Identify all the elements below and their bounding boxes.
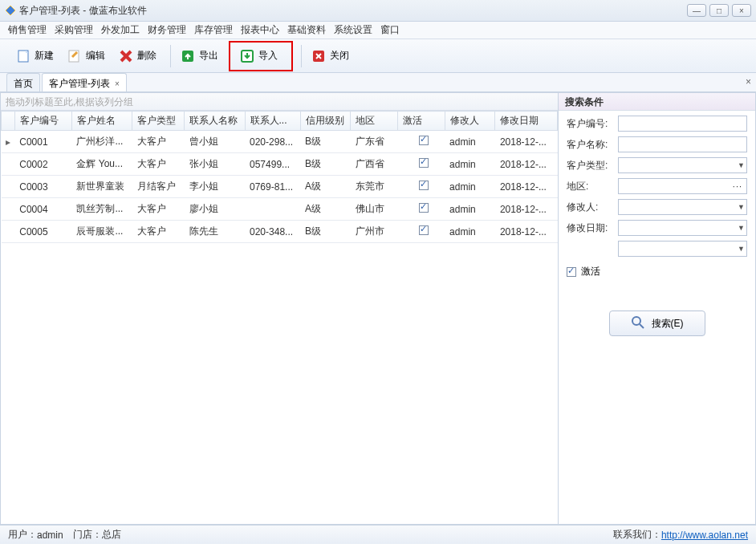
cell-moduser: admin: [445, 176, 495, 198]
status-shop-label: 门店：: [73, 528, 102, 542]
input-cust-id[interactable]: [618, 116, 747, 132]
active-check-row: 激活: [567, 265, 747, 278]
label-area: 地区:: [567, 180, 618, 193]
col-credit[interactable]: 信用级别: [300, 112, 351, 131]
svg-marker-0: [6, 6, 15, 15]
app-icon: [5, 5, 16, 16]
combo-moduser[interactable]: ▼: [618, 199, 747, 215]
col-active[interactable]: 激活: [398, 112, 445, 131]
menu-outsourcing[interactable]: 外发加工: [101, 23, 140, 37]
col-contact[interactable]: 联系人名称: [185, 112, 245, 131]
search-button[interactable]: 搜索(E): [609, 310, 705, 336]
checkbox-icon[interactable]: [419, 225, 429, 235]
table-row[interactable]: C0004凯丝芳制...大客户廖小姐A级佛山市admin2018-12-...: [2, 198, 558, 221]
col-type[interactable]: 客户类型: [132, 112, 185, 131]
menu-reports[interactable]: 报表中心: [241, 23, 279, 37]
menu-sales[interactable]: 销售管理: [8, 23, 47, 37]
cell-phone: 020-348...: [245, 221, 300, 243]
table-row[interactable]: C0003新世界童装月结客户李小姐0769-81...A级东莞市admin201…: [2, 176, 558, 198]
titlebar: 客户管理-列表 - 傲蓝布业软件 — □ ×: [0, 0, 756, 22]
search-button-label: 搜索(E): [652, 317, 684, 331]
svg-point-13: [632, 317, 640, 325]
cell-type: 月结客户: [132, 176, 185, 198]
indicator-header: [2, 112, 15, 131]
tab-close-icon[interactable]: ×: [115, 79, 120, 88]
toolbar-separator-2: [301, 45, 302, 67]
cell-area: 广东省: [351, 131, 398, 153]
close-label: 关闭: [330, 49, 349, 63]
menubar: 销售管理 采购管理 外发加工 财务管理 库存管理 报表中心 基础资料 系统设置 …: [0, 22, 756, 39]
combo-moddate-from[interactable]: ▼: [618, 220, 747, 236]
cell-name: 辰哥服装...: [71, 221, 132, 243]
edit-button[interactable]: 编辑: [63, 43, 114, 69]
menu-basicdata[interactable]: 基础资料: [287, 23, 326, 37]
status-link[interactable]: http://www.aolan.net: [661, 530, 748, 541]
menu-purchase[interactable]: 采购管理: [55, 23, 93, 37]
window-title: 客户管理-列表 - 傲蓝布业软件: [19, 4, 147, 18]
import-button[interactable]: 导入: [235, 43, 287, 69]
cell-contact: 曾小姐: [185, 131, 245, 153]
cell-active: [398, 176, 445, 198]
close-window-button[interactable]: ×: [732, 4, 751, 17]
menu-window[interactable]: 窗口: [380, 23, 400, 37]
checkbox-active[interactable]: [567, 267, 576, 277]
combo-moddate-to[interactable]: ▼: [618, 241, 747, 257]
checkbox-icon[interactable]: [419, 136, 429, 145]
customer-grid: 客户编号 客户姓名 客户类型 联系人名称 联系人... 信用级别 地区 激活 修…: [1, 111, 558, 243]
checkbox-icon[interactable]: [419, 158, 429, 168]
cell-area: 东莞市: [351, 176, 398, 198]
export-button[interactable]: 导出: [176, 43, 227, 69]
chevron-down-icon: ▼: [738, 203, 745, 211]
table-row[interactable]: C0005辰哥服装...大客户陈先生020-348...B级广州市admin20…: [2, 221, 558, 243]
label-cust-name: 客户名称:: [567, 138, 618, 152]
col-moddate[interactable]: 修改日期: [495, 112, 558, 131]
cell-id: C0004: [14, 198, 71, 221]
cell-phone: 0769-81...: [245, 176, 300, 198]
search-panel: 搜索条件 客户编号: 客户名称: 客户类型:▼ 地区:··· 修改人:▼ 修改日…: [559, 92, 756, 525]
svg-line-14: [640, 324, 644, 328]
cell-credit: A级: [300, 176, 351, 198]
chevron-down-icon: ▼: [738, 245, 745, 253]
col-area[interactable]: 地区: [351, 112, 398, 131]
table-row[interactable]: C0002金辉 You...大客户张小姐057499...B级广西省admin2…: [2, 153, 558, 176]
import-icon: [239, 48, 255, 64]
cell-moddate: 2018-12-...: [495, 176, 558, 198]
minimize-button[interactable]: —: [687, 4, 706, 17]
col-moduser[interactable]: 修改人: [445, 112, 495, 131]
label-moduser: 修改人:: [567, 201, 618, 214]
menu-inventory[interactable]: 库存管理: [194, 23, 233, 37]
grid-header-row: 客户编号 客户姓名 客户类型 联系人名称 联系人... 信用级别 地区 激活 修…: [2, 112, 558, 131]
cell-id: C0003: [14, 176, 71, 198]
cell-name: 凯丝芳制...: [71, 198, 132, 221]
checkbox-icon[interactable]: [419, 181, 429, 190]
table-row[interactable]: ▸C0001广州杉洋...大客户曾小姐020-298...B级广东省admin2…: [2, 131, 558, 153]
input-cust-name[interactable]: [618, 136, 747, 152]
group-hint: 拖动列标题至此,根据该列分组: [1, 93, 558, 111]
import-label: 导入: [258, 49, 278, 63]
cell-credit: B级: [300, 153, 351, 176]
tab-home[interactable]: 首页: [6, 73, 40, 91]
menu-settings[interactable]: 系统设置: [334, 23, 372, 37]
cell-phone: 020-298...: [245, 131, 300, 153]
close-button[interactable]: 关闭: [307, 43, 358, 69]
maximize-button[interactable]: □: [709, 4, 729, 17]
tabstrip-close-icon[interactable]: ×: [746, 76, 751, 87]
col-name[interactable]: 客户姓名: [71, 112, 132, 131]
delete-button[interactable]: 删除: [114, 43, 165, 69]
cell-name: 广州杉洋...: [71, 131, 132, 153]
combo-area[interactable]: ···: [618, 178, 747, 194]
new-label: 新建: [35, 49, 54, 63]
col-id[interactable]: 客户编号: [14, 112, 71, 131]
search-panel-body: 客户编号: 客户名称: 客户类型:▼ 地区:··· 修改人:▼ 修改日期:▼ ▼…: [559, 111, 755, 341]
cell-active: [398, 153, 445, 176]
checkbox-icon[interactable]: [419, 203, 429, 213]
close-icon: [311, 48, 327, 64]
tab-customer-list[interactable]: 客户管理-列表 ×: [42, 73, 127, 91]
cell-area: 广西省: [351, 153, 398, 176]
col-phone[interactable]: 联系人...: [245, 112, 300, 131]
cell-moddate: 2018-12-...: [495, 198, 558, 221]
main-area: 拖动列标题至此,根据该列分组 客户编号 客户姓名 客户类型 联系人名称 联系人.…: [0, 92, 756, 525]
menu-finance[interactable]: 财务管理: [148, 23, 186, 37]
new-button[interactable]: 新建: [11, 43, 63, 69]
combo-cust-type[interactable]: ▼: [618, 157, 747, 173]
